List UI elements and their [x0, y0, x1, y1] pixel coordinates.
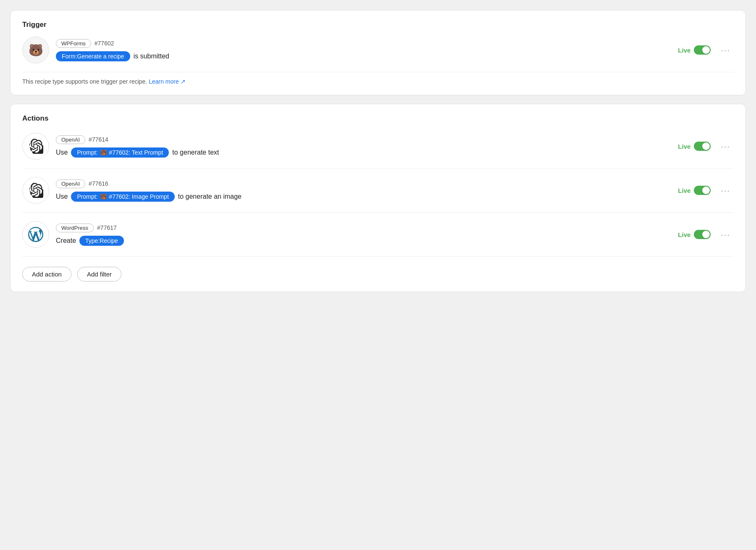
action-2-toggle[interactable] [694, 186, 711, 195]
openai-icon-1 [28, 139, 43, 154]
action-2-content: OpenAI #77616 Use Prompt: 🐻 #77602: Imag… [56, 179, 671, 202]
action-1-tag-label: Prompt: [77, 149, 97, 156]
action-3-icon [22, 221, 49, 248]
action-1-status-area: Live [678, 142, 711, 151]
action-row-1: OpenAI #77614 Use Prompt: 🐻 #77602: Text… [22, 124, 734, 168]
actions-card: Actions OpenAI #77614 Use Prompt: 🐻 #776… [10, 104, 746, 292]
action-3-status-label: Live [678, 231, 690, 238]
action-1-suffix: to generate text [172, 149, 219, 156]
action-2-description-row: Use Prompt: 🐻 #77602: Image Prompt to ge… [56, 192, 671, 202]
action-1-tag[interactable]: Prompt: 🐻 #77602: Text Prompt [71, 147, 169, 158]
action-3-tag[interactable]: Type:Recipe [79, 236, 124, 246]
action-3-description-row: Create Type:Recipe [56, 236, 671, 246]
add-filter-button[interactable]: Add filter [77, 267, 121, 282]
trigger-row: 🐻 WPForms #77602 Form:Generate a recipe … [22, 37, 734, 70]
trigger-status-area: Live [678, 45, 711, 55]
action-2-meta-row: OpenAI #77616 [56, 179, 671, 188]
action-1-toggle[interactable] [694, 142, 711, 151]
trigger-status-label: Live [678, 47, 690, 54]
action-2-status-label: Live [678, 187, 690, 194]
action-1-icon [22, 133, 49, 160]
action-3-status-area: Live [678, 230, 711, 239]
action-3-toggle[interactable] [694, 230, 711, 239]
action-1-description-row: Use Prompt: 🐻 #77602: Text Prompt to gen… [56, 147, 671, 158]
action-3-more-button[interactable]: ··· [717, 228, 734, 241]
trigger-info-text: This recipe type supports one trigger pe… [22, 72, 734, 85]
action-2-status-area: Live [678, 186, 711, 195]
trigger-more-button[interactable]: ··· [717, 44, 734, 57]
action-2-tag-inner: 🐻 #77602: Image Prompt [100, 193, 168, 200]
action-3-content: WordPress #77617 Create Type:Recipe [56, 224, 671, 246]
action-3-id: #77617 [97, 224, 117, 231]
trigger-badge: WPForms [56, 39, 91, 48]
trigger-content: WPForms #77602 Form:Generate a recipe is… [56, 39, 671, 61]
action-row-3: WordPress #77617 Create Type:Recipe Live… [22, 213, 734, 256]
action-1-more-button[interactable]: ··· [717, 140, 734, 153]
action-1-id: #77614 [89, 136, 108, 143]
action-3-badge: WordPress [56, 224, 94, 232]
trigger-avatar-emoji: 🐻 [29, 43, 43, 57]
trigger-description-row: Form:Generate a recipe is submitted [56, 51, 671, 61]
action-2-icon [22, 177, 49, 204]
action-1-tag-inner: 🐻 #77602: Text Prompt [100, 149, 163, 156]
actions-section-title: Actions [22, 114, 734, 123]
trigger-card: Trigger 🐻 WPForms #77602 Form:Generate a… [10, 10, 746, 95]
learn-more-link[interactable]: Learn more ↗ [149, 78, 185, 85]
wordpress-icon [28, 227, 43, 242]
action-2-tag-label: Prompt: [77, 193, 97, 200]
action-1-prefix: Use [56, 149, 68, 156]
trigger-meta-row: WPForms #77602 [56, 39, 671, 48]
action-2-more-button[interactable]: ··· [717, 184, 734, 197]
trigger-section-title: Trigger [22, 21, 734, 29]
action-2-id: #77616 [89, 180, 108, 187]
action-1-meta-row: OpenAI #77614 [56, 135, 671, 144]
action-row-2: OpenAI #77616 Use Prompt: 🐻 #77602: Imag… [22, 168, 734, 213]
openai-icon-2 [28, 183, 43, 198]
add-action-button[interactable]: Add action [22, 267, 71, 282]
action-2-badge: OpenAI [56, 179, 85, 188]
trigger-description-text: is submitted [134, 53, 169, 60]
trigger-toggle[interactable] [694, 45, 711, 55]
action-1-badge: OpenAI [56, 135, 85, 144]
action-2-prefix: Use [56, 193, 68, 200]
actions-divider [22, 256, 734, 257]
add-buttons-row: Add action Add filter [22, 258, 734, 282]
action-2-tag[interactable]: Prompt: 🐻 #77602: Image Prompt [71, 192, 174, 202]
action-1-content: OpenAI #77614 Use Prompt: 🐻 #77602: Text… [56, 135, 671, 158]
action-2-suffix: to generate an image [178, 193, 242, 200]
action-1-status-label: Live [678, 143, 690, 150]
trigger-id: #77602 [94, 40, 114, 47]
trigger-avatar: 🐻 [22, 37, 49, 63]
action-3-meta-row: WordPress #77617 [56, 224, 671, 232]
action-3-prefix: Create [56, 237, 76, 245]
trigger-form-tag[interactable]: Form:Generate a recipe [56, 51, 130, 61]
